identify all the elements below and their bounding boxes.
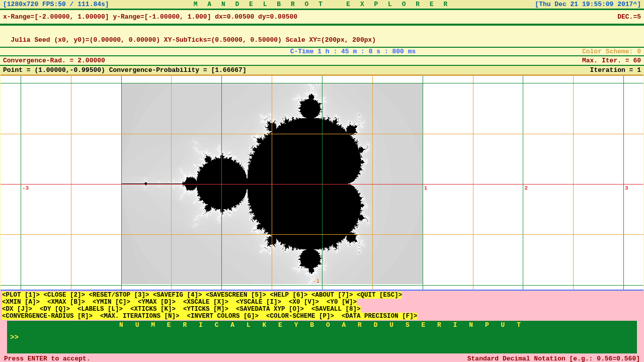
numeric-input[interactable]: >> [7,329,637,353]
range-readout: x-Range=[-2.00000, 1.00000] y-Range=[-1.… [3,13,617,21]
iteration-readout: Iteration = 1 [590,66,641,74]
fps-counter: [644x362 FPS:50 / 111.84s] [3,1,109,8]
plot-grid: -3123-1 [1,76,643,290]
app-title: M A N D E L B R O T E X P L O R E R [109,1,535,8]
decimal-precision: DEC.=5 [617,13,641,21]
cursor-point-readout: Point = (1.00000,-0.99500) Convergence-P… [3,66,590,74]
cmd-row-1[interactable]: <PLOT [1]> <CLOSE [2]> <RESET/STOP [3]> … [2,292,402,299]
command-panel: <PLOT [1]> <CLOSE [2]> <RESET/STOP [3]> … [0,291,644,362]
cmd-row-4[interactable]: <CONVERGENCE-RADIUS [R]> <MAX. ITERATION… [2,313,417,320]
max-iter-readout: Max. Iter. = 60 [582,57,641,64]
input-panel-title: N U M E R I C A L K E Y B O A R D U S E … [7,321,637,329]
cmd-row-3[interactable]: <DX [J]> <DY [Q]> <LABELS [L]> <XTICKS [… [2,306,361,313]
color-scheme-readout: Color Scheme: 0 [582,48,641,55]
footer-hint-left: Press ENTER to accept. [4,355,467,362]
clock: [Thu Dec 21 19:55:09 2017^] [535,1,641,8]
cmd-row-2[interactable]: <XMIN [A]> <XMAX [B]> <YMIN [C]> <YMAX [… [2,299,357,306]
julia-readout: Julia Seed (x0, y0)=(0.00000, 0.00000) X… [11,36,376,44]
compute-time: C-Time 1 h : 45 m : 8 s : 800 ms [124,48,582,55]
footer-hint-right: Standard Decimal Notation [e.g.: 0.56=0.… [467,355,640,362]
fractal-plot[interactable]: -3123-1 [1,74,643,291]
convergence-radius-readout: Convergence-Rad. = 2.00000 [3,57,582,64]
